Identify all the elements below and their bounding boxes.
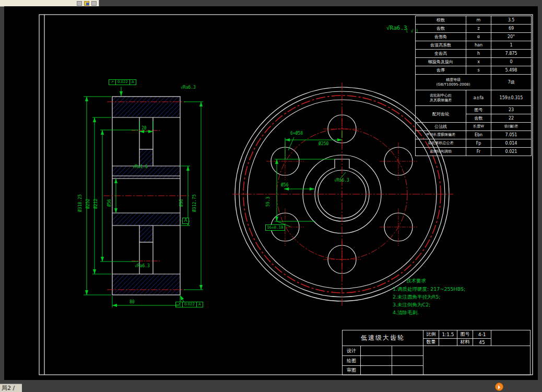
dia-hub-label: Ø96 (180, 199, 184, 207)
param-symbol: α (466, 33, 491, 41)
param-label: 齿厚 (416, 66, 466, 75)
param-label: 模数 (416, 16, 466, 25)
dia-rim-label: Ø252 (86, 199, 90, 209)
table-row: 齿轮副中心距 及其极限偏差 a±fa 159±0.315 (416, 90, 532, 106)
geo-tolerance-frame: ↗ 0.022 A (175, 302, 203, 307)
param-symbol: 图号 (466, 106, 491, 114)
title-block-cell (491, 330, 531, 346)
param-value: 69 (491, 25, 532, 33)
sign-cell (392, 346, 423, 356)
sign-cell (361, 366, 392, 375)
param-symbol: 长度W (466, 123, 491, 131)
sign-row-label: 设计 (343, 346, 361, 356)
tech-req-item: 2.未注圆角半径为R5; (393, 293, 465, 301)
bore-dim: Ø56 (281, 183, 288, 187)
sign-cell (392, 366, 423, 375)
table-row: 全齿高 h 7.875 (416, 50, 532, 58)
surface-finish-note: √Ra6.3 (386, 25, 407, 31)
datum-flag: A (182, 218, 189, 224)
table-row: 齿距累积总公差 Fp 0.014 (416, 139, 532, 148)
param-symbol: s (466, 66, 491, 75)
title-block-cell (423, 346, 531, 375)
table-row: 螺旋角及旋向 x 0 (416, 58, 532, 66)
tolerance-symbol: ↗ (109, 80, 116, 85)
param-label: 齿轮副中心距 及其极限偏差 (416, 90, 466, 106)
param-symbol: han (466, 41, 491, 50)
param-symbol: 齿数 (466, 114, 491, 123)
technical-requirements: 技术要求 1.调质处理硬度: 217~255HBS; 2.未注圆角半径为R5; … (393, 277, 465, 316)
param-label: 齿顶高系数 (416, 41, 466, 50)
param-label: 螺旋角及旋向 (416, 58, 466, 66)
material-label: 材料 (457, 339, 473, 346)
param-symbol: Ebn (466, 131, 491, 139)
table-row: 公法线 长度W 值(偏)差 (416, 123, 532, 131)
param-label: 齿距累积总公差 (416, 139, 466, 148)
param-value: 1 (491, 41, 532, 50)
title-block: 低速级大齿轮 比例 1:1.5 图号 4-1 数量 材料 45 设计 绘图 审图 (342, 330, 531, 375)
param-label: 精度等级 (GB/T10095-2008) (416, 75, 491, 90)
param-value: 5.498 (491, 66, 532, 75)
sheet-label: 图号 (457, 330, 473, 339)
table-row: 配对齿轮 图号 23 (416, 106, 532, 114)
table-row: 齿厚 s 5.498 (416, 66, 532, 75)
roughness-label: √Ra6.3 (334, 179, 349, 183)
param-symbol: Fr (466, 148, 491, 156)
param-label: 配对齿轮 (416, 106, 466, 123)
sign-cell (361, 356, 392, 366)
roughness-label: √Ra6.3 (135, 264, 150, 268)
dia-pitch-label: Ø312.75 (193, 194, 197, 212)
dia-tip-label: Ø318.25 (78, 194, 83, 212)
param-label: 齿数 (416, 25, 466, 33)
param-value: 159±0.315 (491, 90, 532, 106)
param-label: 全齿高 (416, 50, 466, 58)
table-row: 齿形角 α 20° (416, 33, 532, 41)
table-row: 平均长度极限偏差 Ebn 7.051 (416, 131, 532, 139)
scale-value: 1:1.5 (439, 330, 457, 339)
param-value: 20° (491, 33, 532, 41)
param-label: 公法线 (416, 123, 466, 131)
param-value: 7.051 (491, 131, 532, 139)
material-value: 45 (473, 339, 491, 346)
param-symbol: x (466, 58, 491, 66)
tech-req-item: 4.清除毛刺. (393, 308, 465, 316)
tolerance-datum: A (130, 80, 136, 85)
param-value: 23 (491, 106, 532, 114)
roughness-label: √Ra6.3 (181, 86, 196, 90)
tolerance-datum: A (197, 302, 203, 307)
tech-req-item: 1.调质处理硬度: 217~255HBS; (393, 285, 465, 293)
tolerance-value: 0.022 (116, 80, 130, 85)
tolerance-value: 0.022 (183, 302, 197, 307)
param-value: 7.875 (491, 50, 532, 58)
geo-tolerance-frame: ↗ 0.022 A (109, 79, 136, 85)
table-row: 齿顶高系数 han 1 (416, 41, 532, 50)
param-value: 0.014 (491, 139, 532, 148)
gear-parameter-table: 模数 m 3.5 齿数 z 69 齿形角 α 20° 齿顶高系数 han 1 全… (415, 16, 532, 156)
dia-bore-label: Ø56 (108, 199, 112, 207)
param-value: 值(偏)差 (491, 123, 532, 131)
param-value: 7级 (491, 75, 532, 90)
table-row: 齿数 z 69 (416, 25, 532, 33)
sign-cell (392, 356, 423, 366)
scale-label: 比例 (423, 330, 439, 339)
param-symbol: m (466, 16, 491, 25)
tolerance-symbol: ↗ (176, 302, 183, 307)
param-value: 22 (491, 114, 532, 123)
keyway-width-dim: 16±0.18 (265, 224, 285, 231)
param-symbol: z (466, 25, 491, 33)
param-symbol: h (466, 50, 491, 58)
qty-value (439, 339, 457, 346)
tray-notification-icon[interactable] (495, 383, 503, 391)
dia-recess-label: Ø212 (94, 199, 98, 209)
param-label: 平均长度极限偏差 (416, 131, 466, 139)
holes-callout: 6×Ø58 (290, 132, 303, 136)
tech-req-title: 技术要求 (406, 277, 465, 284)
keyway-depth-dim: 59.3 (266, 197, 270, 207)
param-value: 3.5 (491, 16, 532, 25)
table-row: 精度等级 (GB/T10095-2008) 7级 (416, 75, 532, 90)
param-value: 0 (491, 58, 532, 66)
roughness-label: √Ra1.6 (133, 165, 148, 169)
sign-row-label: 绘图 (343, 356, 361, 366)
layout-tab[interactable]: 局2 / (0, 384, 22, 392)
sheet-value: 4-1 (473, 330, 491, 339)
part-name: 低速级大齿轮 (343, 330, 423, 346)
